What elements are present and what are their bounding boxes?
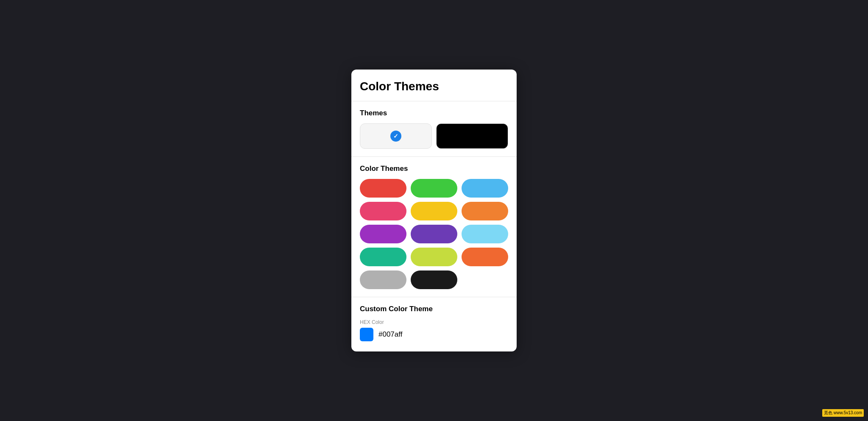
color-pill-gray[interactable] bbox=[360, 270, 406, 289]
color-pill-light-blue[interactable] bbox=[462, 225, 508, 243]
main-card: Color Themes Themes ✓ Color Themes bbox=[351, 70, 517, 351]
hex-color-value[interactable]: #007aff bbox=[378, 330, 402, 339]
page-title: Color Themes bbox=[360, 80, 508, 93]
watermark: 觅色 www.5v13.com bbox=[822, 409, 864, 417]
light-theme-check: ✓ bbox=[390, 131, 401, 142]
color-pill-blue[interactable] bbox=[462, 179, 508, 198]
color-pill-purple[interactable] bbox=[360, 225, 406, 243]
color-pill-red[interactable] bbox=[360, 179, 406, 198]
hex-color-label: HEX Color bbox=[360, 319, 508, 325]
hex-row: #007aff bbox=[360, 328, 508, 341]
color-pill-green[interactable] bbox=[411, 179, 457, 198]
color-pill-lime[interactable] bbox=[411, 248, 457, 266]
themes-section: Themes ✓ bbox=[351, 101, 517, 157]
color-themes-section-label: Color Themes bbox=[360, 164, 508, 173]
themes-section-label: Themes bbox=[360, 109, 508, 117]
light-theme-option[interactable]: ✓ bbox=[360, 123, 432, 149]
color-pill-orange[interactable] bbox=[462, 202, 508, 220]
color-pill-pink[interactable] bbox=[360, 202, 406, 220]
color-pill-yellow[interactable] bbox=[411, 202, 457, 220]
theme-row: ✓ bbox=[360, 123, 508, 149]
color-grid bbox=[360, 179, 508, 289]
color-pill-deep-orange[interactable] bbox=[462, 248, 508, 266]
custom-section-label: Custom Color Theme bbox=[360, 305, 508, 313]
color-pill-teal[interactable] bbox=[360, 248, 406, 266]
color-pill-black[interactable] bbox=[411, 270, 457, 289]
page-title-section: Color Themes bbox=[351, 70, 517, 101]
hex-color-swatch[interactable] bbox=[360, 328, 373, 341]
dark-theme-option[interactable] bbox=[436, 123, 508, 149]
color-themes-section: Color Themes bbox=[351, 157, 517, 297]
color-pill-deep-purple[interactable] bbox=[411, 225, 457, 243]
custom-color-section: Custom Color Theme HEX Color #007aff bbox=[351, 297, 517, 351]
